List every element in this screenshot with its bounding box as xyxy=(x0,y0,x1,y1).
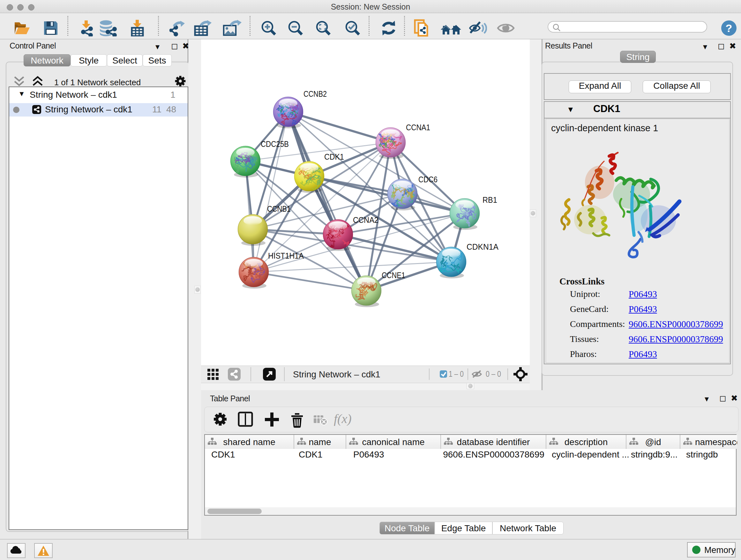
svg-text:CCNE1: CCNE1 xyxy=(382,270,405,280)
svg-text:CDC6: CDC6 xyxy=(418,175,437,184)
svg-text:String Network – cdk1: String Network – cdk1 xyxy=(293,369,381,379)
svg-text:CCNA2: CCNA2 xyxy=(353,215,379,225)
svg-text:CDKN1A: CDKN1A xyxy=(467,242,499,252)
svg-text:1 – 0: 1 – 0 xyxy=(449,369,464,379)
svg-text:f(x): f(x) xyxy=(334,412,352,426)
svg-text:CDC25B: CDC25B xyxy=(261,139,289,149)
svg-text:CDK1: CDK1 xyxy=(324,152,344,162)
svg-text:CCNA1: CCNA1 xyxy=(406,123,430,132)
svg-text:CCNB2: CCNB2 xyxy=(304,89,327,99)
svg-text:CCNB1: CCNB1 xyxy=(267,204,291,213)
svg-text:HIST1H1A: HIST1H1A xyxy=(268,251,304,260)
svg-text:RB1: RB1 xyxy=(482,195,497,205)
svg-text:0 – 0: 0 – 0 xyxy=(486,369,501,379)
